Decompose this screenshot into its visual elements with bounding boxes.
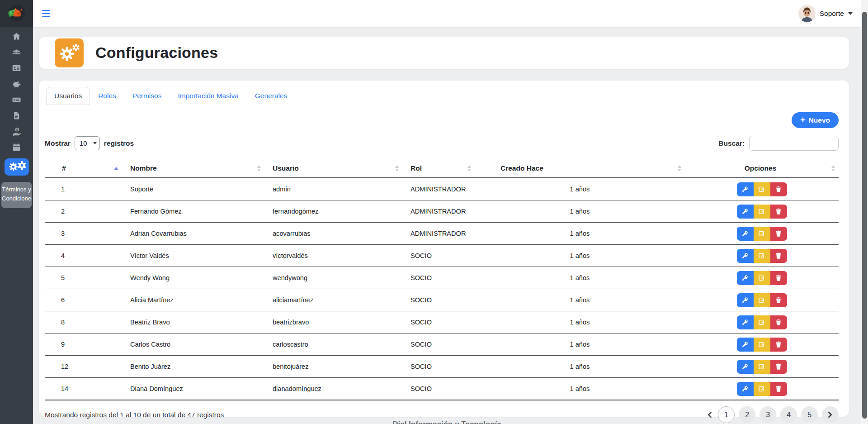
- sidebar-item-id-card[interactable]: [0, 61, 33, 77]
- column-header-rol[interactable]: Rol: [402, 159, 475, 178]
- sidebar-item-money-check[interactable]: $: [0, 93, 33, 109]
- id-card-icon: [12, 63, 21, 75]
- length-label-prefix: Mostrar: [45, 139, 71, 148]
- user-menu[interactable]: Soporte: [798, 5, 853, 22]
- edit-button[interactable]: [754, 293, 770, 307]
- tab-importaci-n-masiva[interactable]: Importación Masiva: [170, 87, 246, 105]
- trash-icon: [775, 296, 782, 304]
- edit-icon: [758, 252, 765, 259]
- page-scrollbar[interactable]: [861, 0, 868, 424]
- edit-button[interactable]: [754, 338, 770, 352]
- sidebar-item-settings[interactable]: [0, 157, 33, 177]
- trash-icon: [775, 341, 782, 348]
- page-header-card: Configuraciones: [39, 37, 849, 69]
- delete-button[interactable]: [770, 182, 787, 196]
- chevron-left-icon: [707, 411, 712, 418]
- sidebar-item-home[interactable]: [0, 29, 33, 45]
- tab-generales[interactable]: Generales: [247, 87, 296, 105]
- key-button[interactable]: [737, 360, 754, 374]
- column-header-usuario[interactable]: Usuario: [264, 159, 402, 178]
- trash-icon: [775, 230, 782, 237]
- key-button[interactable]: [737, 382, 754, 396]
- key-icon: [741, 186, 749, 193]
- row-actions: [737, 182, 787, 196]
- row-actions: [737, 360, 787, 374]
- delete-button[interactable]: [770, 205, 787, 219]
- delete-button[interactable]: [770, 293, 787, 307]
- edit-button[interactable]: [754, 271, 770, 285]
- table-info: Mostrando registros del 1 al 10 de un to…: [45, 411, 224, 419]
- delete-button[interactable]: [770, 315, 787, 329]
- delete-button[interactable]: [770, 382, 787, 396]
- tab-usuarios[interactable]: Usuarios: [46, 87, 90, 105]
- delete-button[interactable]: [770, 227, 787, 241]
- key-button[interactable]: [737, 205, 754, 219]
- delete-button[interactable]: [770, 360, 787, 374]
- new-button-label: Nuevo: [809, 116, 830, 124]
- trash-icon: [775, 385, 782, 392]
- key-button[interactable]: [737, 271, 754, 285]
- column-header-opciones[interactable]: Opciones: [685, 159, 839, 178]
- edit-button[interactable]: [754, 315, 770, 329]
- money-check-icon: $: [12, 95, 21, 106]
- app-logo[interactable]: [0, 0, 33, 27]
- edit-button[interactable]: [754, 182, 770, 196]
- column-header-nombre[interactable]: Nombre: [122, 159, 264, 178]
- svg-text:$: $: [16, 128, 18, 132]
- sidebar-item-hand-dollar[interactable]: $: [0, 124, 33, 140]
- table-row: 14 Diana Domínguez dianadomínguez SOCIO …: [45, 378, 839, 400]
- edit-icon: [758, 274, 765, 281]
- table-row: 6 Alicia Martínez aliciamartínez SOCIO 1…: [45, 289, 839, 311]
- sidebar-item-members[interactable]: [0, 45, 33, 61]
- key-button[interactable]: [737, 315, 754, 329]
- trash-icon: [775, 319, 782, 326]
- search-input[interactable]: [749, 136, 839, 151]
- tab-roles[interactable]: Roles: [90, 87, 124, 105]
- edit-button[interactable]: [754, 360, 770, 374]
- column-header-id[interactable]: #: [45, 159, 122, 178]
- edit-icon: [758, 341, 765, 348]
- edit-button[interactable]: [754, 382, 770, 396]
- delete-button[interactable]: [770, 338, 787, 352]
- key-button[interactable]: [737, 227, 754, 241]
- table-row: 5 Wendy Wong wendywong SOCIO 1 años: [45, 267, 839, 289]
- edit-icon: [758, 363, 765, 370]
- hamburger-menu-icon: [42, 10, 50, 11]
- piggy-bank-icon: [12, 79, 21, 91]
- edit-button[interactable]: [754, 227, 770, 241]
- key-icon: [741, 296, 749, 304]
- edit-icon: [758, 186, 765, 193]
- delete-button[interactable]: [770, 249, 787, 263]
- edit-icon: [758, 319, 765, 326]
- key-button[interactable]: [737, 249, 754, 263]
- scrollbar-thumb[interactable]: [862, 12, 867, 419]
- table-body: 1 Soporte admin ADMINISTRADOR 1 años 2 F…: [45, 178, 839, 400]
- trash-icon: [775, 186, 782, 193]
- key-button[interactable]: [737, 338, 754, 352]
- row-actions: [737, 205, 787, 219]
- table-row: 12 Benito Juárez benitojuárez SOCIO 1 añ…: [45, 356, 839, 378]
- edit-button[interactable]: [754, 249, 770, 263]
- key-icon: [741, 274, 749, 281]
- delete-button[interactable]: [770, 271, 787, 285]
- new-button[interactable]: + Nuevo: [792, 112, 839, 128]
- edit-icon: [758, 296, 765, 304]
- key-button[interactable]: [737, 182, 754, 196]
- tab-permisos[interactable]: Permisos: [124, 87, 170, 105]
- column-header-creado[interactable]: Creado Hace: [475, 159, 685, 178]
- edit-button[interactable]: [754, 205, 770, 219]
- sidebar-item-calendar[interactable]: [0, 140, 33, 156]
- hamburger-menu-button[interactable]: [40, 8, 52, 19]
- page-size-select[interactable]: 10: [75, 136, 100, 150]
- hand-dollar-icon: $: [12, 127, 21, 138]
- sidebar-item-piggy-bank[interactable]: [0, 77, 33, 93]
- sidebar-item-terms[interactable]: Términos y Condiciones: [1, 182, 32, 208]
- pagination-prev-button[interactable]: [705, 411, 714, 418]
- settings-card: UsuariosRolesPermisosImportación MasivaG…: [39, 81, 849, 417]
- sidebar-nav: $ $: [0, 27, 33, 177]
- calendar-icon: [12, 143, 21, 154]
- length-label-suffix: registros: [104, 139, 134, 148]
- key-button[interactable]: [737, 293, 754, 307]
- document-icon: [12, 111, 21, 122]
- sidebar-item-document[interactable]: [0, 109, 33, 124]
